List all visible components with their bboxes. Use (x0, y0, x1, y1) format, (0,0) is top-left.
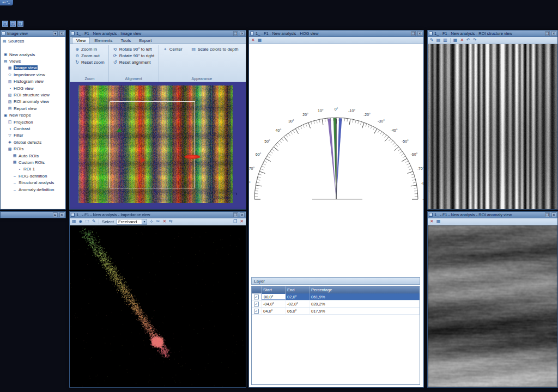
end-cell[interactable]: 06,0° (286, 308, 310, 314)
percentage-column-header[interactable]: Percentage (310, 286, 420, 293)
tab-view[interactable]: View (72, 37, 90, 44)
draw-icon[interactable]: ✎ (92, 219, 96, 224)
reset-alignment-button[interactable]: ↺Reset alignment (112, 59, 156, 65)
tree-item-views[interactable]: ▤Views (1, 58, 65, 64)
fill-icon[interactable]: ▦ (453, 38, 458, 43)
draw-icon[interactable]: ✎ (430, 38, 434, 43)
layer-checkbox[interactable]: ✓ (254, 302, 259, 307)
tree-item-impedance-view[interactable]: ◇Impedance view (1, 71, 65, 78)
table-row[interactable]: ✓ -04,0° -02,0° 020,2% (252, 301, 420, 308)
tree-item-contrast[interactable]: ◑Contrast (1, 125, 65, 132)
sources-panel-titlebar[interactable]: Image view ▾ ✕ (1, 30, 65, 37)
close-icon[interactable]: ✕ (417, 31, 422, 36)
clear-icon[interactable]: ✕ (430, 219, 434, 224)
roi-anomaly-image-area[interactable] (428, 225, 557, 387)
green-marker-icon[interactable] (117, 128, 122, 132)
close-icon[interactable]: ✕ (59, 212, 64, 217)
window-layout-icon[interactable]: ❏ (17, 21, 23, 27)
tree-root-sources[interactable]: ▤ Sources (1, 38, 65, 45)
grid-icon[interactable]: ▦ (258, 38, 262, 43)
maximize-icon[interactable]: ❐ (545, 31, 550, 36)
start-cell[interactable]: -04,0° (262, 301, 286, 307)
tab-tools[interactable]: Tools (117, 38, 135, 44)
table-row[interactable]: ✓ 04,0° 06,0° 017,9% (252, 308, 420, 315)
tree-item-roi-1[interactable]: ▪ROI 1 (1, 166, 65, 173)
start-cell[interactable]: 04,0° (262, 308, 286, 314)
export-icon[interactable]: ❐ (233, 219, 237, 224)
select-mode-dropdown[interactable]: Freehand ▾ (117, 219, 147, 225)
tree-item-anomaly-definition[interactable]: –Anomaly definition (1, 186, 65, 193)
image-view-titlebar[interactable]: 1_ - F1 - New analysis - Image view ❐ ✕ (70, 30, 246, 37)
window-layout-icon[interactable]: ❏ (10, 21, 16, 27)
red-marker-icon[interactable] (141, 157, 145, 163)
start-column-header[interactable]: Start (262, 286, 286, 293)
close-icon[interactable]: ✕ (59, 31, 64, 36)
start-cell[interactable]: 00,0° (262, 293, 286, 300)
close-icon[interactable]: ✕ (240, 31, 245, 36)
end-cell[interactable]: -02,0° (286, 301, 310, 307)
tree-item-global-defects[interactable]: ◈Global defects (1, 139, 65, 145)
tree-item-rois[interactable]: ▩ROIs (1, 145, 65, 152)
chevron-down-icon[interactable]: ▾ (142, 219, 147, 224)
clear-selection-icon[interactable]: ✕ (162, 219, 166, 224)
image-view-content[interactable]: 20,0 nm (70, 82, 246, 209)
roi-anomaly-titlebar[interactable]: 1_ - F1 - New analysis - ROI anomaly vie… (428, 212, 557, 218)
zoom-out-button[interactable]: ⊖Zoom out (74, 52, 106, 59)
zoom-in-button[interactable]: ⊕Zoom in (74, 46, 106, 52)
tree-item-histogram-view[interactable]: ▥Histogram view (1, 78, 65, 85)
scale-colors-button[interactable]: ▤Scale colors to depth (190, 46, 240, 53)
roi-rectangle[interactable] (110, 101, 195, 188)
delete-icon[interactable]: ✕ (240, 219, 244, 224)
tree-item-roi-anomaly-view[interactable]: ▨ROI anomaly view (1, 99, 65, 105)
maximize-icon[interactable]: ❐ (545, 212, 550, 217)
redo-icon[interactable]: ↷ (473, 38, 477, 43)
tree-item-hog-definition[interactable]: –HOG definition (1, 173, 65, 179)
roi-structure-canvas[interactable] (428, 44, 557, 209)
tree-item-roi-structure-view[interactable]: ▧ROI structure view (1, 91, 65, 98)
layer-checkbox[interactable]: ✓ (254, 309, 259, 314)
center-button[interactable]: ⌖Center (162, 46, 184, 53)
tree-item-filter[interactable]: ▽Filter (1, 132, 65, 139)
table-row[interactable]: ✓ 00,0° 02,0° 061,9% (252, 293, 420, 301)
tree-item-custom-rois[interactable]: ▦Custom ROIs (1, 159, 65, 166)
dock-strip-titlebar[interactable]: ▸ ✕ (1, 212, 65, 218)
grid-icon[interactable]: ▦ (72, 219, 76, 224)
roi-anomaly-canvas[interactable] (428, 225, 557, 387)
tree-item-auto-rois[interactable]: ▦Auto ROIs (1, 152, 65, 159)
end-column-header[interactable]: End (286, 286, 310, 293)
close-icon[interactable]: ✕ (551, 31, 556, 36)
tree-item-new-analysis[interactable]: ▣New analysis (1, 51, 65, 58)
tree-item-report-view[interactable]: ▤Report view (1, 105, 65, 112)
tab-elements[interactable]: Elements (90, 38, 116, 44)
impedance-view-titlebar[interactable]: 1_ - F1 - New analysis - Impedance view … (70, 212, 246, 218)
close-icon[interactable]: ✕ (240, 212, 245, 217)
clear-icon[interactable]: ✕ (251, 38, 255, 43)
roi-structure-titlebar[interactable]: 1_ - F1 - New analysis - ROI structure v… (428, 30, 557, 37)
grid-icon[interactable]: ▤ (436, 38, 441, 43)
add-selection-icon[interactable]: ⊹ (150, 219, 154, 224)
maximize-icon[interactable]: ❐ (233, 31, 238, 36)
tree-item-image-view[interactable]: ▦Image view (1, 65, 65, 71)
layer-checkbox[interactable]: ✓ (254, 295, 259, 299)
ellipse-select-icon[interactable]: ◉ (79, 219, 83, 224)
roi-structure-image-area[interactable] (428, 44, 557, 209)
maximize-icon[interactable]: ❐ (411, 31, 416, 36)
rotate-right-button[interactable]: ⟳Rotate 90° to right (112, 52, 156, 59)
tree-item-hog-view[interactable]: ◔HOG view (1, 85, 65, 91)
reset-zoom-button[interactable]: ↻Reset zoom (74, 59, 106, 65)
rectangle-select-icon[interactable]: ⬚ (86, 219, 90, 224)
expand-icon[interactable]: ▸ (53, 212, 58, 217)
rotate-left-button[interactable]: ⟲Rotate 90° to left (112, 46, 156, 52)
cut-icon[interactable]: ✂ (156, 219, 160, 224)
grid-icon[interactable]: ▦ (436, 219, 441, 224)
tree-item-projection[interactable]: ◫Projection (1, 119, 65, 125)
impedance-plot-area[interactable] (70, 225, 246, 387)
undo-icon[interactable]: ↶ (466, 38, 470, 43)
impedance-scatter-canvas[interactable] (70, 225, 246, 387)
clear-icon[interactable]: ✕ (460, 38, 464, 43)
tree-item-structural-analysis[interactable]: –Structural analysis (1, 179, 65, 186)
pin-menu-icon[interactable]: ▾ (53, 31, 58, 36)
layers-icon[interactable]: ▥ (443, 38, 447, 43)
window-layout-icon[interactable]: ❏ (2, 21, 8, 27)
swap-icon[interactable]: ⇆ (169, 219, 173, 224)
